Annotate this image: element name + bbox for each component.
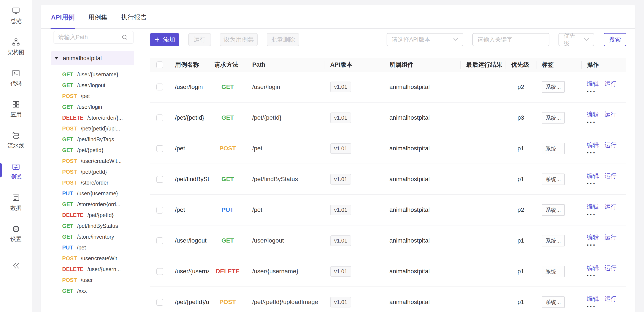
tree-item[interactable]: POST /user (52, 275, 150, 285)
path-search-input[interactable] (54, 31, 116, 44)
tree-item-path: /store/inventory (77, 234, 114, 240)
tree-item-path: /user/{usern... (88, 266, 121, 272)
tree-item-method: GET (62, 201, 73, 208)
tab-run-reports[interactable]: 执行报告 (120, 13, 147, 28)
path-search-button[interactable] (116, 31, 134, 44)
more-actions-button[interactable]: ··· (587, 119, 626, 125)
run-link[interactable]: 运行 (604, 203, 616, 211)
keyword-input[interactable] (472, 33, 550, 46)
edit-link[interactable]: 编辑 (587, 264, 599, 272)
row-checkbox[interactable] (156, 299, 163, 306)
run-link[interactable]: 运行 (604, 141, 616, 149)
sidebar-item-apps[interactable]: 应用 (0, 93, 32, 125)
edit-link[interactable]: 编辑 (587, 233, 599, 241)
tree-item-path: /pet (81, 93, 90, 99)
row-checkbox[interactable] (156, 268, 163, 275)
col-header-component: 所属组件 (384, 58, 460, 72)
run-link[interactable]: 运行 (604, 295, 616, 303)
run-link[interactable]: 运行 (604, 110, 616, 119)
tree-item-method: DELETE (62, 266, 84, 272)
sidebar-item-pipeline[interactable]: 流水线 (0, 125, 32, 156)
tree-item[interactable]: GET /pet/findByTags (52, 134, 150, 145)
tree-item[interactable]: GET /pet/{petId} (52, 145, 150, 155)
tree-item[interactable]: DELETE /pet/{petId} (52, 210, 150, 220)
run-link[interactable]: 运行 (604, 233, 616, 241)
row-checkbox[interactable] (156, 207, 163, 214)
add-button[interactable]: 添加 (150, 33, 179, 46)
edit-link[interactable]: 编辑 (587, 172, 599, 180)
tree-root-label: animalhostpital (63, 55, 102, 62)
sidebar-item-test[interactable]: 测试 (0, 156, 32, 187)
tree-item[interactable]: POST /pet (52, 91, 150, 101)
api-version-tag: v1.01 (330, 82, 351, 92)
tab-case-suites[interactable]: 用例集 (88, 13, 108, 28)
api-version-tag: v1.01 (330, 235, 351, 246)
api-version-select[interactable]: 请选择API版本 (386, 33, 463, 46)
tree-item[interactable]: PUT /user/{username} (52, 188, 150, 199)
sidebar-item-code[interactable]: 代码 (0, 62, 32, 93)
table-row: /user/{userna... DELETE /user/{username}… (150, 256, 626, 287)
cell-path: /pet (247, 133, 324, 164)
tree-item[interactable]: PUT /pet (52, 242, 150, 253)
select-all-checkbox[interactable] (156, 61, 163, 68)
row-checkbox[interactable] (156, 145, 163, 152)
tree-item[interactable]: POST /user/createWit... (52, 155, 150, 166)
tree-item[interactable]: POST /user/createWit... (52, 253, 150, 264)
tree-item[interactable]: GET /store/inventory (52, 231, 150, 242)
search-button[interactable]: 搜索 (604, 33, 626, 46)
more-actions-button[interactable]: ··· (587, 211, 626, 217)
cell-case-name: /pet/{petId} (169, 102, 208, 133)
tree-item[interactable]: POST /pet/{petId}/upl... (52, 123, 150, 134)
more-actions-button[interactable]: ··· (587, 303, 626, 309)
edit-link[interactable]: 编辑 (587, 110, 599, 119)
tree-item[interactable]: DELETE /user/{usern... (52, 264, 150, 275)
more-actions-button[interactable]: ··· (587, 273, 626, 279)
search-icon (121, 34, 128, 41)
more-actions-button[interactable]: ··· (587, 88, 626, 94)
api-tree-panel: animalhostpital GET /user/{username} GET… (41, 29, 150, 296)
sidebar-item-settings[interactable]: 设置 (0, 218, 32, 249)
row-checkbox[interactable] (156, 237, 163, 244)
tree-item[interactable]: GET /pet/findByStatus (52, 220, 150, 231)
tree-item[interactable]: DELETE /store/order/{... (52, 112, 150, 123)
edit-link[interactable]: 编辑 (587, 203, 599, 211)
sidebar-collapse-button[interactable] (0, 255, 32, 276)
cell-case-name: /user/login (169, 72, 208, 102)
row-checkbox[interactable] (156, 114, 163, 121)
sidebar-item-data[interactable]: 数据 (0, 187, 32, 218)
run-button[interactable]: 运行 (188, 33, 211, 46)
run-link[interactable]: 运行 (604, 264, 616, 272)
tree-item[interactable]: GET /user/login (52, 101, 150, 112)
edit-link[interactable]: 编辑 (587, 295, 599, 303)
tree-item[interactable]: GET /store/order/{ord... (52, 199, 150, 210)
more-actions-button[interactable]: ··· (587, 242, 626, 248)
tree-item[interactable]: GET /user/{username} (52, 69, 150, 80)
tree-item-path: /store/order (81, 180, 108, 186)
tab-api-cases[interactable]: API用例 (50, 13, 75, 28)
sidebar-item-overview[interactable]: 总览 (0, 0, 32, 31)
filters: 请选择API版本 优先级 搜索 (386, 33, 626, 46)
set-suite-button[interactable]: 设为用例集 (220, 33, 258, 46)
tree-item[interactable]: POST /store/order (52, 177, 150, 188)
tree-item[interactable]: POST /pet/{petId} (52, 166, 150, 177)
more-actions-button[interactable]: ··· (587, 150, 626, 156)
cell-priority: p2 (506, 195, 536, 225)
row-checkbox[interactable] (156, 176, 163, 183)
run-link[interactable]: 运行 (604, 172, 616, 180)
edit-link[interactable]: 编辑 (587, 80, 599, 88)
tree-item[interactable]: GET /user/logout (52, 80, 150, 91)
table-row: /pet/{petId} GET /pet/{petId} v1.01 anim… (150, 102, 626, 133)
sidebar-item-architecture[interactable]: 架构图 (0, 31, 32, 62)
run-link[interactable]: 运行 (604, 80, 616, 88)
tree-item-path: /user/login (77, 104, 102, 110)
batch-delete-button[interactable]: 批量删除 (267, 33, 299, 46)
cell-path: /pet/{petId} (247, 102, 324, 133)
edit-link[interactable]: 编辑 (587, 141, 599, 149)
priority-select[interactable]: 优先级 (558, 33, 594, 46)
tag-badge: 系统... (542, 143, 565, 154)
tree-item[interactable]: GET /xxx (52, 285, 150, 296)
tree-item-path: /store/order/{... (88, 115, 123, 121)
more-actions-button[interactable]: ··· (587, 181, 626, 187)
row-checkbox[interactable] (156, 84, 163, 90)
tree-root-node[interactable]: animalhostpital (52, 51, 134, 65)
